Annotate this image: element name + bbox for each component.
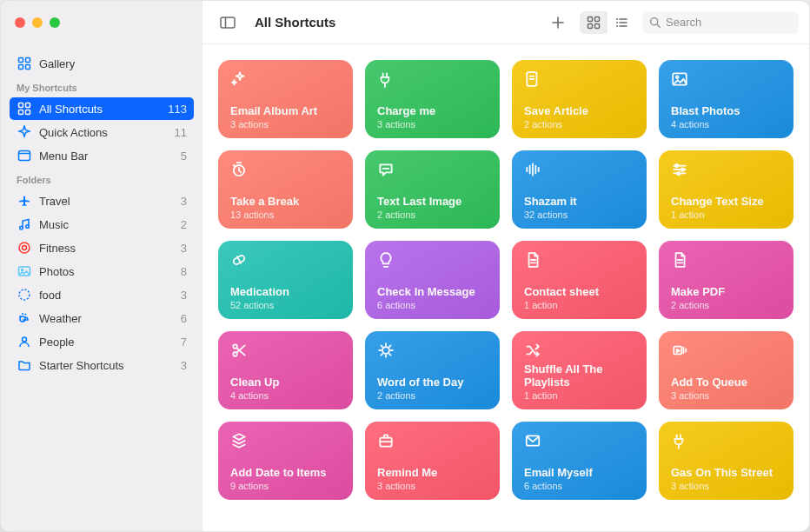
sidebar-item-label: Starter Shortcuts <box>39 359 174 372</box>
sidebar-item-music[interactable]: Music2 <box>10 213 194 236</box>
gallery-icon <box>17 56 32 71</box>
shortcut-title: Shuffle All The Playlists <box>524 363 634 389</box>
svg-point-33 <box>20 316 25 322</box>
sidebar-item-count: 7 <box>181 336 187 349</box>
search-input[interactable]: Search <box>642 11 799 34</box>
shortcut-subtitle: 2 actions <box>524 119 634 130</box>
shortcut-card-text-last-image[interactable]: Text Last Image2 actions <box>365 150 500 229</box>
sidebar-item-count: 11 <box>175 126 187 139</box>
shortcut-card-make-pdf[interactable]: Make PDF2 actions <box>659 241 793 319</box>
shortcuts-grid: Email Album Art3 actionsCharge me3 actio… <box>218 60 793 500</box>
minimize-window-button[interactable] <box>32 17 43 28</box>
shortcut-card-shazam-it[interactable]: Shazam it32 actions <box>512 150 647 229</box>
svg-point-49 <box>681 168 684 170</box>
sidebar-item-people[interactable]: People7 <box>10 330 194 353</box>
shortcut-card-email-album-art[interactable]: Email Album Art3 actions <box>218 60 353 138</box>
grid-view-button[interactable] <box>580 11 608 34</box>
shortcut-card-change-text-size[interactable]: Change Text Size1 action <box>659 150 793 229</box>
shortcut-card-save-article[interactable]: Save Article2 actions <box>512 60 647 138</box>
shortcut-title: Word of the Day <box>377 376 488 389</box>
sidebar-item-count: 3 <box>181 359 187 372</box>
sidebar-item-food[interactable]: food3 <box>10 283 194 306</box>
svg-rect-21 <box>26 103 30 108</box>
shortcut-card-shuffle-all-the-playlists[interactable]: Shuffle All The Playlists1 action <box>512 331 647 409</box>
grid-icon <box>17 101 32 116</box>
shortcut-card-add-to-queue[interactable]: Add To Queue3 actions <box>659 331 793 409</box>
shortcuts-window: All Shortcuts Search <box>0 0 810 532</box>
shortcut-card-contact-sheet[interactable]: Contact sheet1 action <box>512 241 647 319</box>
fitness-icon <box>17 240 32 256</box>
image-icon <box>671 70 688 88</box>
shortcut-subtitle: 2 actions <box>377 209 488 220</box>
sidebar-item-all-shortcuts[interactable]: All Shortcuts113 <box>10 97 194 120</box>
shortcut-card-blast-photos[interactable]: Blast Photos4 actions <box>659 60 793 138</box>
shortcut-subtitle: 3 actions <box>671 481 781 491</box>
close-window-button[interactable] <box>15 17 25 28</box>
sidebar: Gallery My ShortcutsAll Shortcuts113Quic… <box>1 44 202 531</box>
shortcut-subtitle: 4 actions <box>230 390 341 401</box>
shortcut-card-medication[interactable]: Medication52 actions <box>218 241 353 319</box>
sidebar-item-label: Menu Bar <box>39 150 174 163</box>
sidebar-item-count: 3 <box>181 289 187 302</box>
sidebar-item-count: 6 <box>181 312 187 325</box>
sidebar-item-fitness[interactable]: Fitness3 <box>10 236 194 259</box>
shortcut-card-take-a-break[interactable]: Take a Break13 actions <box>218 150 353 229</box>
sidebar-item-gallery[interactable]: Gallery <box>10 52 194 75</box>
shortcut-subtitle: 2 actions <box>671 300 781 310</box>
shortcut-title: Gas On This Street <box>671 467 781 480</box>
window-controls <box>1 1 202 43</box>
svg-rect-7 <box>595 23 600 28</box>
shortcut-card-check-in-message[interactable]: Check In Message6 actions <box>365 241 500 319</box>
shortcut-title: Blast Photos <box>671 105 781 118</box>
svg-rect-5 <box>595 17 600 21</box>
page-title: All Shortcuts <box>255 15 335 30</box>
fullscreen-window-button[interactable] <box>50 17 60 28</box>
sidebar-item-label: food <box>39 289 174 302</box>
svg-point-8 <box>616 18 618 20</box>
shortcut-card-remind-me[interactable]: Remind Me3 actions <box>365 422 500 500</box>
toggle-sidebar-button[interactable] <box>213 11 242 34</box>
svg-point-38 <box>676 76 679 78</box>
pill-icon <box>230 251 248 269</box>
sparkle-icon <box>17 124 32 140</box>
shortcut-card-word-of-the-day[interactable]: Word of the Day2 actions <box>365 331 500 409</box>
sidebar-item-weather[interactable]: Weather6 <box>10 307 194 329</box>
shortcut-card-clean-up[interactable]: Clean Up4 actions <box>218 331 353 409</box>
svg-line-15 <box>657 24 660 27</box>
shortcut-card-gas-on-this-street[interactable]: Gas On This Street3 actions <box>659 422 793 500</box>
shortcut-card-add-date-to-items[interactable]: Add Date to Items9 actions <box>218 422 353 500</box>
shortcut-title: Email Album Art <box>230 105 341 118</box>
scissors-icon <box>230 342 248 359</box>
svg-point-28 <box>19 243 30 253</box>
svg-rect-22 <box>19 110 23 115</box>
shortcut-subtitle: 3 actions <box>377 481 488 491</box>
shortcut-subtitle: 2 actions <box>377 390 488 401</box>
sidebar-item-starter-shortcuts[interactable]: Starter Shortcuts3 <box>10 354 194 376</box>
svg-rect-17 <box>26 58 30 63</box>
svg-rect-23 <box>26 110 30 115</box>
shortcut-card-email-myself[interactable]: Email Myself6 actions <box>512 422 647 500</box>
svg-point-12 <box>616 25 618 27</box>
sidebar-item-quick-actions[interactable]: Quick Actions11 <box>10 121 194 143</box>
sidebar-item-photos[interactable]: Photos8 <box>10 260 194 283</box>
svg-point-10 <box>616 22 618 23</box>
plug-icon <box>671 432 688 449</box>
menubar-icon <box>17 148 32 163</box>
airplane-icon <box>17 193 32 209</box>
page-icon <box>671 251 688 269</box>
sidebar-item-count: 3 <box>181 242 187 255</box>
doc-save-icon <box>524 70 541 88</box>
sidebar-item-label: People <box>39 336 174 349</box>
svg-rect-19 <box>26 65 30 70</box>
sidebar-item-travel[interactable]: Travel3 <box>10 190 194 212</box>
new-shortcut-button[interactable] <box>543 11 573 34</box>
shortcut-title: Charge me <box>377 105 488 118</box>
svg-point-34 <box>23 337 27 342</box>
shortcut-title: Save Article <box>524 105 634 118</box>
view-toggle <box>580 11 635 34</box>
shortcut-card-charge-me[interactable]: Charge me3 actions <box>365 60 500 138</box>
svg-point-32 <box>19 289 30 300</box>
sidebar-item-menu-bar[interactable]: Menu Bar5 <box>10 144 194 167</box>
sidebar-group-label: Folders <box>10 168 194 189</box>
list-view-button[interactable] <box>608 11 635 34</box>
